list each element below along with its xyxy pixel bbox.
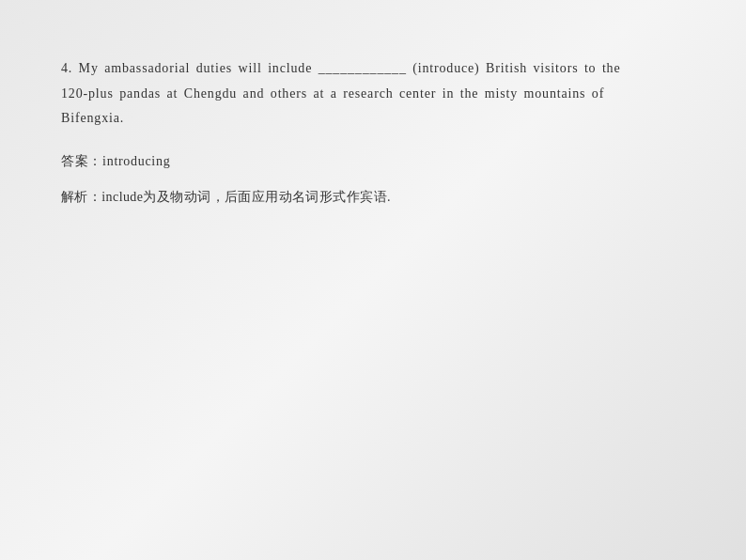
content-area: 4. My ambassadorial duties will include … (0, 0, 746, 248)
analysis-section: 解析：include为及物动词，后面应用动名词形式作宾语. (61, 184, 685, 210)
answer-section: 答案：introducing (61, 148, 685, 175)
analysis-value: include为及物动词，后面应用动名词形式作宾语. (101, 190, 391, 204)
question-text: 4. My ambassadorial duties will include … (61, 56, 685, 132)
answer-value: introducing (102, 154, 170, 168)
question-line2: 120-plus pandas at Chengdu and others at… (61, 86, 604, 101)
analysis-label: 解析：include为及物动词，后面应用动名词形式作宾语. (61, 190, 391, 204)
question-line3: Bifengxia. (61, 111, 124, 125)
answer-label: 答案：introducing (61, 154, 170, 168)
question-line1: 4. My ambassadorial duties will include … (61, 61, 621, 75)
answer-label-text: 答案： (61, 154, 102, 168)
analysis-label-text: 解析： (61, 190, 101, 204)
